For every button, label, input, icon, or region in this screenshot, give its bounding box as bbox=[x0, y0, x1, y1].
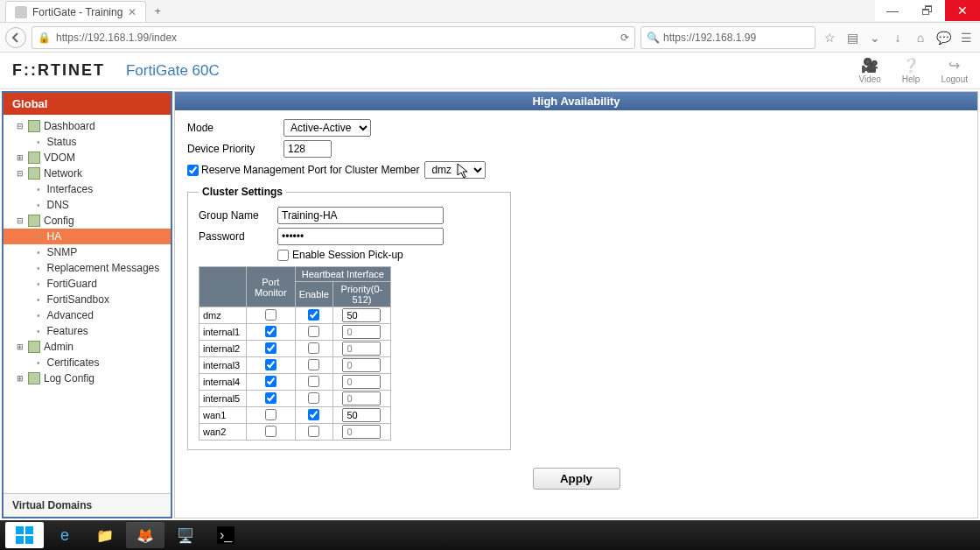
heartbeat-priority-input[interactable] bbox=[342, 358, 381, 372]
heartbeat-priority-input[interactable] bbox=[342, 325, 381, 339]
logout-label: Logout bbox=[941, 74, 968, 84]
library-icon[interactable]: ▤ bbox=[844, 29, 861, 46]
heartbeat-enable-checkbox[interactable] bbox=[308, 376, 319, 387]
port-monitor-checkbox[interactable] bbox=[265, 409, 276, 420]
session-pickup-checkbox[interactable] bbox=[277, 250, 289, 261]
sidebar-item-ha[interactable]: •HA bbox=[4, 229, 171, 244]
sidebar-item-interfaces[interactable]: •Interfaces bbox=[4, 181, 171, 197]
sidebar-item-fortisandbox[interactable]: •FortiSandbox bbox=[4, 292, 171, 307]
pocket-icon[interactable]: ⌄ bbox=[866, 29, 884, 46]
collapse-icon[interactable]: ⊟ bbox=[16, 122, 24, 130]
tab-favicon-icon bbox=[15, 6, 27, 18]
heartbeat-enable-checkbox[interactable] bbox=[308, 326, 319, 337]
reserve-mgmt-port-select[interactable]: dmz bbox=[424, 161, 486, 179]
interface-name: wan2 bbox=[200, 424, 247, 441]
folder-icon bbox=[28, 120, 40, 132]
taskbar-firefox-icon[interactable]: 🦊 bbox=[126, 522, 164, 548]
page-title: High Availability bbox=[175, 92, 977, 110]
heartbeat-priority-input[interactable] bbox=[342, 408, 381, 422]
heartbeat-enable-checkbox[interactable] bbox=[308, 409, 319, 420]
expand-icon[interactable]: ⊞ bbox=[16, 342, 24, 351]
heartbeat-priority-input[interactable] bbox=[342, 375, 381, 389]
search-field[interactable]: 🔍 bbox=[640, 26, 816, 49]
port-monitor-checkbox[interactable] bbox=[265, 326, 276, 337]
header-help-button[interactable]: ❔ Help bbox=[902, 57, 920, 84]
window-restore-button[interactable]: 🗗 bbox=[910, 0, 945, 21]
port-monitor-checkbox[interactable] bbox=[265, 342, 276, 354]
mode-select[interactable]: Active-Active bbox=[284, 119, 371, 137]
sidebar-item-label: Features bbox=[47, 325, 88, 337]
home-icon[interactable]: ⌂ bbox=[912, 29, 929, 46]
sidebar-item-snmp[interactable]: •SNMP bbox=[4, 244, 171, 260]
heartbeat-enable-checkbox[interactable] bbox=[308, 426, 319, 437]
window-close-button[interactable]: ✕ bbox=[945, 0, 980, 21]
sidebar-item-certificates[interactable]: •Certificates bbox=[4, 355, 171, 370]
heartbeat-enable-checkbox[interactable] bbox=[308, 342, 319, 354]
new-tab-button[interactable]: + bbox=[146, 1, 169, 22]
taskbar-file-explorer-icon[interactable]: 📁 bbox=[86, 522, 124, 548]
url-field[interactable]: 🔒 ⟳ bbox=[32, 26, 635, 49]
reserve-mgmt-checkbox[interactable] bbox=[187, 165, 199, 176]
port-monitor-checkbox[interactable] bbox=[265, 426, 276, 437]
bookmark-star-icon[interactable]: ☆ bbox=[821, 29, 838, 46]
taskbar-start-button[interactable] bbox=[5, 522, 44, 548]
search-input[interactable] bbox=[663, 32, 809, 44]
sidebar-item-dns[interactable]: •DNS bbox=[4, 197, 171, 213]
group-name-input[interactable] bbox=[277, 207, 444, 224]
expand-icon[interactable]: ⊞ bbox=[16, 374, 24, 383]
heartbeat-priority-input[interactable] bbox=[342, 342, 381, 356]
bullet-icon: • bbox=[37, 138, 40, 147]
port-monitor-checkbox[interactable] bbox=[265, 376, 276, 387]
heartbeat-priority-input[interactable] bbox=[342, 425, 381, 439]
taskbar-cmd-icon[interactable]: ›_ bbox=[206, 522, 245, 548]
expand-icon[interactable]: ⊞ bbox=[16, 153, 24, 162]
bullet-icon: • bbox=[37, 327, 40, 336]
sidebar-item-vdom[interactable]: ⊞VDOM bbox=[4, 150, 171, 166]
sidebar-item-network[interactable]: ⊟Network bbox=[4, 166, 171, 181]
menu-icon[interactable]: ☰ bbox=[957, 29, 975, 46]
url-input[interactable] bbox=[56, 32, 615, 44]
port-monitor-checkbox[interactable] bbox=[265, 309, 276, 321]
sidebar-item-dashboard[interactable]: ⊟Dashboard bbox=[4, 118, 171, 134]
apply-button[interactable]: Apply bbox=[533, 468, 620, 490]
nav-back-button[interactable] bbox=[5, 27, 26, 48]
search-icon: 🔍 bbox=[647, 32, 660, 44]
heartbeat-priority-input[interactable] bbox=[342, 391, 381, 405]
downloads-icon[interactable]: ↓ bbox=[889, 29, 906, 46]
taskbar-app1-icon[interactable]: 🖥️ bbox=[166, 522, 205, 548]
window-minimize-button[interactable]: — bbox=[875, 0, 910, 21]
sidebar-item-status[interactable]: •Status bbox=[4, 134, 171, 150]
sidebar-item-config[interactable]: ⊟Config bbox=[4, 213, 171, 229]
sidebar-item-log-config[interactable]: ⊞Log Config bbox=[4, 370, 171, 386]
sidebar-item-features[interactable]: •Features bbox=[4, 323, 171, 339]
password-input[interactable] bbox=[277, 228, 444, 245]
collapse-icon[interactable]: ⊟ bbox=[16, 169, 24, 178]
sidebar-item-admin[interactable]: ⊞Admin bbox=[4, 339, 171, 355]
sidebar-item-replacement-messages[interactable]: •Replacement Messages bbox=[4, 260, 171, 276]
video-icon: 🎥 bbox=[861, 57, 878, 74]
heartbeat-enable-checkbox[interactable] bbox=[308, 392, 319, 404]
port-monitor-checkbox[interactable] bbox=[265, 359, 276, 370]
interface-name: internal3 bbox=[200, 357, 247, 374]
sidebar-item-advanced[interactable]: •Advanced bbox=[4, 307, 171, 323]
collapse-icon[interactable]: ⊟ bbox=[16, 216, 24, 225]
header-logout-button[interactable]: ↪ Logout bbox=[941, 57, 968, 84]
heartbeat-priority-input[interactable] bbox=[342, 308, 381, 322]
bullet-icon: • bbox=[37, 279, 40, 289]
sidebar-footer[interactable]: Virtual Domains bbox=[4, 493, 171, 517]
interface-name: internal1 bbox=[200, 324, 247, 341]
browser-tab[interactable]: FortiGate - Training ✕ bbox=[5, 1, 146, 22]
mode-label: Mode bbox=[187, 122, 284, 134]
nav-tree: ⊟Dashboard•Status⊞VDOM⊟Network•Interface… bbox=[4, 115, 171, 493]
port-monitor-checkbox[interactable] bbox=[265, 392, 276, 404]
chat-icon[interactable]: 💬 bbox=[934, 29, 952, 46]
header-video-button[interactable]: 🎥 Video bbox=[858, 57, 880, 84]
heartbeat-enable-checkbox[interactable] bbox=[308, 309, 319, 321]
heartbeat-enable-checkbox[interactable] bbox=[308, 359, 319, 370]
tab-close-icon[interactable]: ✕ bbox=[128, 6, 136, 18]
browser-tab-bar: FortiGate - Training ✕ + bbox=[0, 0, 980, 23]
taskbar-ie-icon[interactable]: e bbox=[46, 522, 84, 548]
reload-icon[interactable]: ⟳ bbox=[620, 32, 629, 44]
device-priority-input[interactable] bbox=[284, 140, 332, 158]
sidebar-item-fortiguard[interactable]: •FortiGuard bbox=[4, 276, 171, 292]
